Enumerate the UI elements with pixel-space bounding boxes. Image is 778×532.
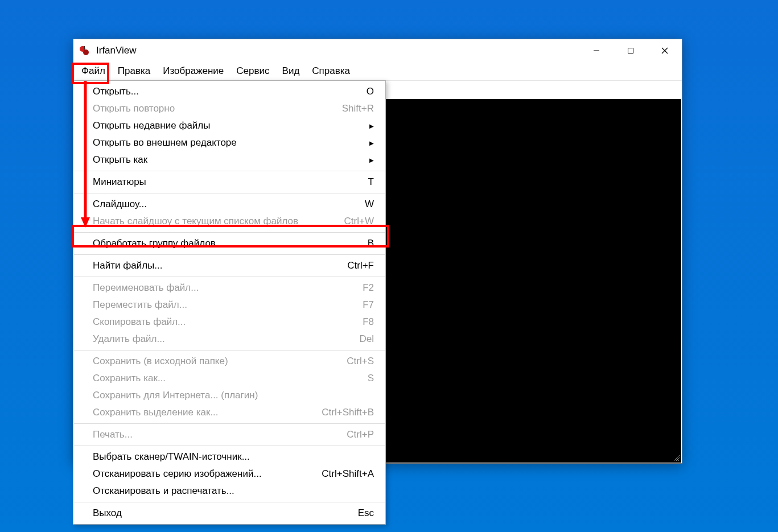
titlebar[interactable]: IrfanView	[73, 39, 682, 62]
menu-item-shortcut: B	[368, 238, 374, 249]
menu-item: Переместить файл...F7	[73, 296, 385, 314]
menu-item-label: Отсканировать серию изображений...	[93, 468, 310, 480]
menu-separator	[74, 446, 385, 446]
menu-item-label: Сохранить (в исходной папке)	[93, 356, 335, 367]
menu-separator	[74, 277, 385, 277]
menu-separator	[74, 350, 385, 350]
menu-item[interactable]: Отсканировать и распечатать...	[73, 482, 385, 500]
menu-item: Переименовать файл...F2	[73, 279, 385, 296]
menu-help[interactable]: Справка	[306, 63, 356, 79]
window-title: IrfanView	[96, 45, 137, 56]
menu-item: Скопировать файл...F8	[73, 314, 385, 331]
menu-item-label: Открыть во внешнем редакторе	[93, 137, 358, 149]
menu-item-shortcut: S	[368, 373, 374, 384]
menu-item-label: Найти файлы...	[93, 260, 336, 271]
menu-separator	[74, 232, 385, 233]
menu-item-label: Слайдшоу...	[93, 199, 353, 210]
menu-item[interactable]: Найти файлы...Ctrl+F	[73, 257, 385, 274]
menu-item[interactable]: Слайдшоу...W	[73, 196, 385, 213]
menu-item-shortcut: Ctrl+P	[347, 429, 374, 440]
chevron-right-icon: ▶	[369, 123, 374, 129]
menu-item[interactable]: Открыть...O	[73, 83, 385, 100]
menu-separator	[74, 502, 385, 502]
menu-item: Открыть повторноShift+R	[73, 100, 385, 117]
menu-item-label: Печать...	[93, 429, 335, 440]
menu-item-label: Открыть недавние файлы	[93, 120, 358, 131]
size-grip[interactable]	[672, 453, 680, 461]
menu-edit[interactable]: Правка	[112, 63, 156, 79]
menubar: Файл Правка Изображение Сервис Вид Справ…	[73, 62, 682, 80]
menu-item[interactable]: Выбрать сканер/TWAIN-источник...	[73, 448, 385, 465]
menu-item-shortcut: F7	[363, 299, 374, 311]
menu-item: Сохранить для Интернета... (плагин)	[73, 387, 385, 404]
menu-item-shortcut: Ctrl+Shift+A	[322, 468, 374, 480]
menu-item[interactable]: Обработать группу файлов...B	[73, 235, 385, 252]
menu-item: Начать слайдшоу с текущим списком файлов…	[73, 213, 385, 230]
menu-item[interactable]: Открыть во внешнем редакторе▶	[73, 134, 385, 151]
menu-item-label: Выход	[93, 508, 347, 519]
menu-separator	[74, 171, 385, 171]
menu-item-label: Переименовать файл...	[93, 282, 351, 294]
menu-item[interactable]: МиниатюрыT	[73, 174, 385, 191]
menu-separator	[74, 254, 385, 255]
minimize-button[interactable]	[579, 39, 614, 62]
menu-item[interactable]: Открыть недавние файлы▶	[73, 117, 385, 134]
menu-item: Сохранить (в исходной папке)Ctrl+S	[73, 353, 385, 370]
window-controls	[579, 39, 682, 62]
menu-image[interactable]: Изображение	[157, 63, 229, 79]
menu-service[interactable]: Сервис	[230, 63, 275, 79]
menu-item-label: Миниатюры	[93, 176, 357, 188]
file-menu-dropdown: Открыть...OОткрыть повторноShift+RОткрыт…	[73, 80, 386, 525]
menu-item-label: Сохранить как...	[93, 373, 356, 384]
menu-item: Удалить файл...Del	[73, 331, 385, 348]
menu-item: Сохранить как...S	[73, 370, 385, 387]
menu-item-shortcut: Ctrl+Shift+B	[322, 407, 374, 418]
svg-point-1	[83, 50, 89, 55]
chevron-right-icon: ▶	[369, 140, 374, 146]
menu-item[interactable]: ВыходEsc	[73, 505, 385, 522]
menu-item-shortcut: F2	[363, 282, 374, 294]
menu-item[interactable]: Отсканировать серию изображений...Ctrl+S…	[73, 465, 385, 482]
menu-item-label: Отсканировать и распечатать...	[93, 485, 374, 497]
menu-item[interactable]: Открыть как▶	[73, 151, 385, 168]
menu-item-label: Начать слайдшоу с текущим списком файлов	[93, 216, 333, 227]
menu-file[interactable]: Файл	[76, 63, 111, 79]
menu-item: Печать...Ctrl+P	[73, 426, 385, 443]
menu-item-shortcut: F8	[363, 316, 374, 328]
menu-item-label: Скопировать файл...	[93, 316, 351, 328]
menu-item-shortcut: Ctrl+F	[347, 260, 374, 271]
menu-item-shortcut: Esc	[358, 508, 374, 519]
menu-item-label: Открыть повторно	[93, 103, 331, 114]
menu-item-label: Открыть...	[93, 86, 355, 97]
maximize-button[interactable]	[614, 39, 648, 62]
menu-item-label: Открыть как	[93, 154, 358, 166]
menu-separator	[74, 193, 385, 193]
menu-item-label: Удалить файл...	[93, 333, 348, 345]
menu-item-label: Сохранить выделение как...	[93, 407, 310, 418]
svg-rect-4	[628, 48, 633, 53]
menu-item: Сохранить выделение как...Ctrl+Shift+B	[73, 404, 385, 421]
chevron-right-icon: ▶	[369, 157, 374, 163]
menu-view[interactable]: Вид	[277, 63, 306, 79]
menu-item-label: Выбрать сканер/TWAIN-источник...	[93, 451, 374, 463]
menu-item-shortcut: O	[367, 86, 374, 97]
close-button[interactable]	[648, 39, 682, 62]
menu-item-shortcut: Shift+R	[342, 103, 374, 114]
menu-item-shortcut: W	[365, 199, 374, 210]
menu-item-label: Переместить файл...	[93, 299, 351, 311]
app-icon	[78, 44, 90, 57]
menu-item-shortcut: Ctrl+S	[347, 356, 374, 367]
menu-item-label: Обработать группу файлов...	[93, 238, 356, 249]
menu-item-shortcut: Ctrl+W	[344, 216, 374, 227]
svg-rect-2	[84, 46, 85, 50]
svg-line-46	[678, 460, 680, 461]
menu-item-label: Сохранить для Интернета... (плагин)	[93, 390, 374, 401]
menu-item-shortcut: T	[368, 176, 374, 188]
menu-item-shortcut: Del	[359, 333, 374, 345]
menu-separator	[74, 423, 385, 424]
